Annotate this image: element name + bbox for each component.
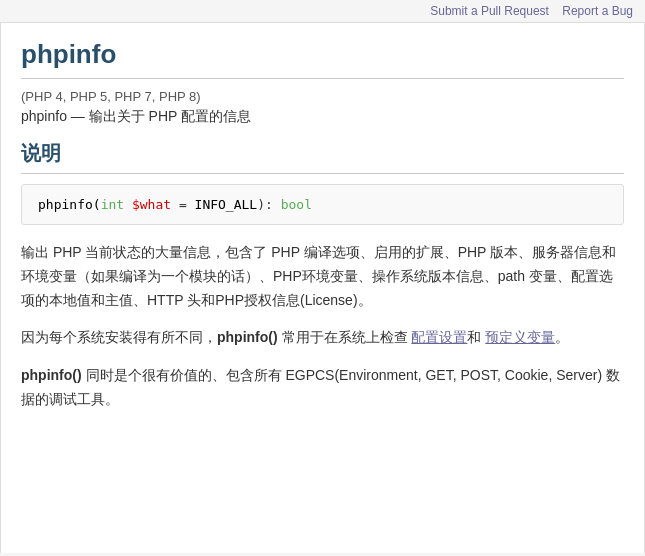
code-const: INFO_ALL <box>195 197 258 212</box>
para3-rest: 同时是个很有价值的、包含所有 EGPCS(Environment, GET, P… <box>21 367 620 407</box>
main-content: phpinfo (PHP 4, PHP 5, PHP 7, PHP 8) php… <box>0 23 645 553</box>
code-func-name: phpinfo( <box>38 197 101 212</box>
section-title: 说明 <box>21 140 624 174</box>
para2-link1[interactable]: 配置设置 <box>411 329 467 345</box>
description-para-2: 因为每个系统安装得有所不同，phpinfo() 常用于在系统上检查 配置设置和 … <box>21 326 624 350</box>
para2-and: 和 <box>467 329 485 345</box>
code-var: $what <box>124 197 171 212</box>
top-bar: Submit a Pull Request Report a Bug <box>0 0 645 23</box>
version-info: (PHP 4, PHP 5, PHP 7, PHP 8) <box>21 89 624 104</box>
code-block: phpinfo(int $what = INFO_ALL): bool <box>21 184 624 225</box>
para3-before: phpinfo() <box>21 367 82 383</box>
description-para-1: 输出 PHP 当前状态的大量信息，包含了 PHP 编译选项、启用的扩展、PHP … <box>21 241 624 312</box>
report-bug-link[interactable]: Report a Bug <box>562 4 633 18</box>
para2-before: 因为每个系统安装得有所不同， <box>21 329 217 345</box>
code-return-type: bool <box>281 197 312 212</box>
para2-link2[interactable]: 预定义变量 <box>485 329 555 345</box>
code-equals: = <box>171 197 194 212</box>
para2-end: 。 <box>555 329 569 345</box>
para2-strong: phpinfo() <box>217 329 278 345</box>
code-close-paren: ): <box>257 197 280 212</box>
para2-middle: 常用于在系统上检查 <box>278 329 412 345</box>
description-para-3: phpinfo() 同时是个很有价值的、包含所有 EGPCS(Environme… <box>21 364 624 412</box>
code-keyword: int <box>101 197 124 212</box>
short-desc: phpinfo — 输出关于 PHP 配置的信息 <box>21 108 624 126</box>
page-title: phpinfo <box>21 39 624 79</box>
submit-pull-link[interactable]: Submit a Pull Request <box>430 4 549 18</box>
